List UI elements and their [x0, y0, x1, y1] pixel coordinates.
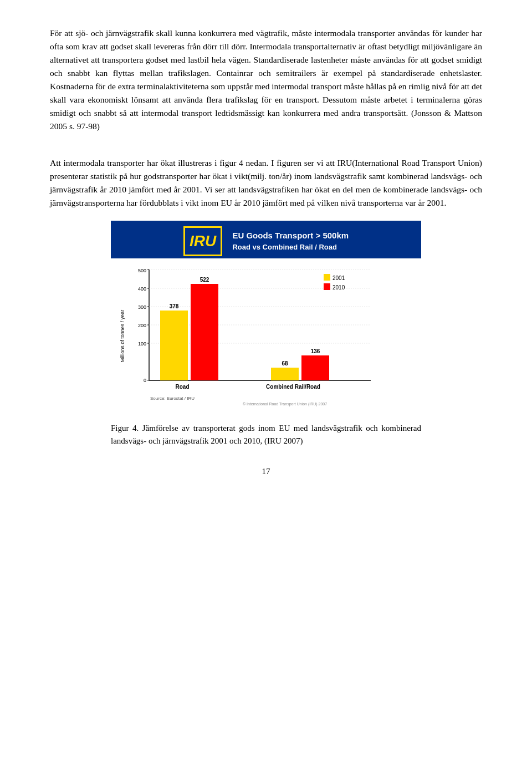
y-tick-0: 0: [144, 378, 146, 383]
y-tick-200: 200: [138, 323, 146, 328]
paragraph-1: För att sjö- och järnvägstrafik skall ku…: [50, 27, 482, 133]
legend-2001-box: [324, 274, 330, 281]
copyright-text: © International Road Transport Union (IR…: [243, 402, 327, 406]
y-tick-500: 500: [138, 268, 146, 273]
source-text: Source: Eurostat / IRU: [150, 396, 195, 401]
chart-svg: Millions of tonnes / year 0 100 200: [119, 264, 413, 408]
label-road-2001: 378: [170, 303, 179, 309]
x-label-road: Road: [176, 384, 190, 390]
legend-2010-label: 2010: [332, 284, 345, 291]
y-tick-100: 100: [138, 341, 146, 347]
y-tick-400: 400: [138, 286, 146, 292]
paragraph-2: Att intermodala transporter har ökat ill…: [50, 156, 482, 210]
page-number: 17: [50, 465, 482, 478]
figure-caption: Figur 4. Jämförelse av transporterat god…: [111, 422, 421, 448]
x-label-combined: Combined Rail/Road: [266, 384, 320, 390]
main-content: För att sjö- och järnvägstrafik skall ku…: [50, 27, 482, 478]
spacer: [50, 141, 482, 156]
chart-title: EU Goods Transport > 500km Road vs Combi…: [232, 229, 349, 253]
iru-logo: IRU: [183, 226, 222, 256]
bar-combined-2001: [271, 368, 299, 380]
y-tick-300: 300: [138, 304, 146, 310]
y-axis-label: Millions of tonnes / year: [120, 309, 125, 362]
figure-box: IRU EU Goods Transport > 500km Road vs C…: [111, 221, 421, 416]
figure-4: IRU EU Goods Transport > 500km Road vs C…: [111, 221, 421, 447]
chart-title-line1: EU Goods Transport > 500km: [232, 229, 349, 242]
label-combined-2001: 68: [282, 360, 288, 367]
chart-area: Millions of tonnes / year 0 100 200: [111, 258, 421, 416]
bar-combined-2010: [301, 355, 329, 380]
chart-title-line2: Road vs Combined Rail / Road: [232, 242, 349, 253]
bar-road-2010: [191, 284, 218, 380]
legend-2010-box: [324, 283, 330, 290]
legend-2001-label: 2001: [332, 275, 345, 281]
label-combined-2010: 136: [311, 348, 320, 354]
bar-road-2001: [160, 311, 188, 380]
figure-header: IRU EU Goods Transport > 500km Road vs C…: [111, 221, 421, 258]
label-road-2010: 522: [200, 277, 209, 283]
